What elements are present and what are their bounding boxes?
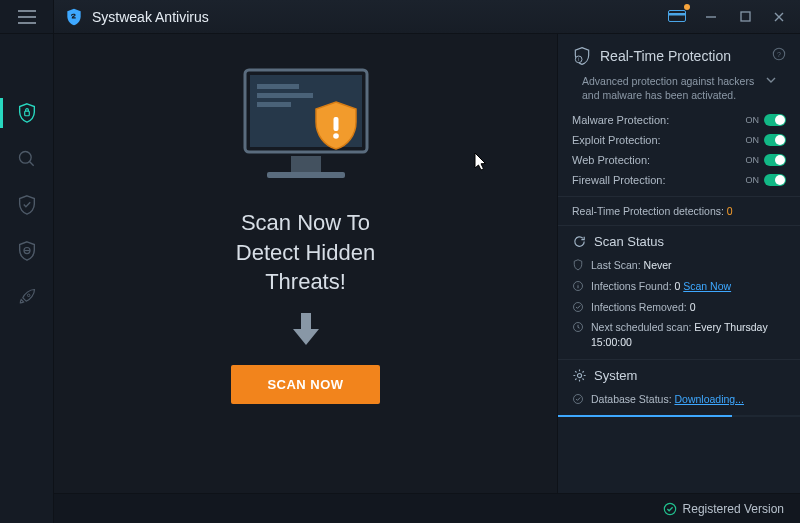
footer-text: Registered Version: [683, 502, 784, 516]
app-logo-icon: [64, 7, 84, 27]
sidebar-item-tools[interactable]: [0, 274, 54, 320]
svg-rect-9: [257, 84, 299, 89]
rt-help-button[interactable]: ?: [772, 47, 786, 65]
app-title: Systweak Antivirus: [92, 9, 209, 25]
hamburger-menu[interactable]: [0, 0, 54, 34]
svg-rect-6: [741, 12, 750, 21]
sidebar: [0, 0, 54, 523]
search-icon: [17, 149, 37, 169]
switch-firewall[interactable]: [764, 174, 786, 186]
toggle-exploit: Exploit Protection: ON: [572, 130, 786, 150]
info-icon: [572, 280, 584, 292]
rocket-icon: [17, 287, 37, 307]
clock-icon: [572, 321, 584, 333]
check-circle-icon: [663, 502, 677, 516]
sidebar-item-status[interactable]: [0, 90, 54, 136]
minimize-icon: [705, 11, 717, 23]
check-circle-icon: [572, 393, 584, 405]
svg-point-3: [27, 294, 30, 297]
toggle-firewall: Firewall Protection: ON: [572, 170, 786, 190]
maximize-button[interactable]: [734, 6, 756, 28]
system-section: System Database Status: Downloading...: [558, 359, 800, 414]
svg-rect-0: [24, 111, 29, 116]
switch-web[interactable]: [764, 154, 786, 166]
svg-text:?: ?: [777, 51, 781, 58]
shield-lock-icon: [16, 102, 38, 124]
toggle-list: Malware Protection: ON Exploit Protectio…: [558, 110, 800, 190]
footer: Registered Version: [54, 493, 800, 523]
svg-rect-14: [333, 117, 338, 131]
main-content: Scan Now To Detect Hidden Threats! SCAN …: [54, 34, 800, 493]
monitor-illustration: [221, 62, 391, 192]
close-button[interactable]: [768, 6, 790, 28]
svg-rect-4: [669, 10, 686, 21]
download-progress: [558, 415, 800, 417]
chevron-down-icon[interactable]: [766, 76, 776, 84]
right-panel: i Real-Time Protection ? Advanced protec…: [557, 34, 800, 493]
shield-check-icon: [16, 194, 38, 216]
shield-alert-icon: i: [572, 46, 592, 66]
scan-status-title: Scan Status: [594, 234, 664, 249]
system-title: System: [594, 368, 637, 383]
switch-malware[interactable]: [764, 114, 786, 126]
upgrade-button[interactable]: [666, 6, 688, 28]
svg-rect-12: [291, 156, 321, 172]
svg-point-23: [577, 373, 581, 377]
card-icon: [668, 10, 686, 24]
svg-point-1: [19, 152, 31, 164]
center-panel: Scan Now To Detect Hidden Threats! SCAN …: [54, 34, 557, 493]
svg-point-21: [574, 302, 583, 311]
close-icon: [773, 11, 785, 23]
svg-rect-5: [669, 13, 686, 16]
switch-exploit[interactable]: [764, 134, 786, 146]
arrow-down-icon: [290, 311, 322, 347]
sidebar-item-protection[interactable]: [0, 182, 54, 228]
scan-status-section: Scan Status Last Scan: Never Infections …: [558, 225, 800, 358]
scan-now-button[interactable]: SCAN NOW: [231, 365, 379, 404]
svg-rect-10: [257, 93, 313, 98]
db-status-link[interactable]: Downloading...: [674, 393, 743, 405]
shield-e-icon: [16, 240, 38, 262]
sidebar-item-quarantine[interactable]: [0, 228, 54, 274]
headline-text: Scan Now To Detect Hidden Threats!: [236, 208, 375, 297]
toggle-web: Web Protection: ON: [572, 150, 786, 170]
rt-detections: Real-Time Protection detections: 0: [558, 196, 800, 225]
svg-rect-11: [257, 102, 291, 107]
maximize-icon: [740, 11, 751, 22]
svg-point-24: [574, 394, 583, 403]
help-icon: ?: [772, 47, 786, 61]
sidebar-item-scan[interactable]: [0, 136, 54, 182]
gear-icon: [572, 368, 587, 383]
toggle-malware: Malware Protection: ON: [572, 110, 786, 130]
titlebar: Systweak Antivirus: [0, 0, 800, 34]
svg-rect-13: [267, 172, 345, 178]
svg-point-15: [333, 133, 339, 139]
rt-advanced-text: Advanced protection against hackers and …: [582, 74, 760, 102]
check-circle-icon: [572, 301, 584, 313]
rt-title: Real-Time Protection: [600, 48, 731, 64]
minimize-button[interactable]: [700, 6, 722, 28]
svg-text:i: i: [578, 57, 579, 62]
refresh-icon: [572, 234, 587, 249]
shield-small-icon: [572, 259, 584, 271]
scan-now-link[interactable]: Scan Now: [683, 280, 731, 292]
